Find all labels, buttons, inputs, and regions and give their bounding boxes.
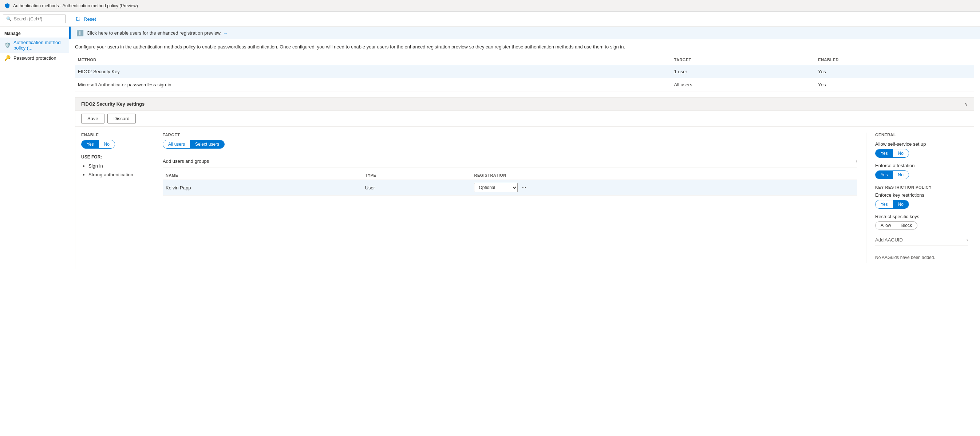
allow-self-no-button[interactable]: No xyxy=(893,149,908,157)
col-method: Method xyxy=(75,54,671,65)
table-row[interactable]: FIDO2 Security Key 1 user Yes xyxy=(75,65,974,78)
sidebar-item-password-protection[interactable]: 🔑 Password protection xyxy=(0,53,69,63)
user-registration: Optional Required Not configured ··· xyxy=(471,180,858,196)
use-for-list: Sign in Strong authentication xyxy=(81,162,154,179)
allow-self-yes-button[interactable]: Yes xyxy=(875,149,893,157)
sidebar-password-label: Password protection xyxy=(13,55,56,61)
add-users-text: Add users and groups xyxy=(163,158,209,164)
add-aaguid-text: Add AAGUID xyxy=(875,237,903,243)
sidebar-header: 🔍 xyxy=(0,12,69,27)
col-name: Name xyxy=(163,171,362,180)
info-icon: ℹ️ xyxy=(76,29,84,37)
allow-button[interactable]: Allow xyxy=(875,222,896,229)
enforce-attestation-toggle: Yes No xyxy=(875,171,909,179)
allow-self-service-label: Allow self-service set up xyxy=(875,141,968,147)
info-text: Click here to enable users for the enhan… xyxy=(87,30,228,36)
enforce-attestation-label: Enforce attestation xyxy=(875,163,968,168)
discard-button[interactable]: Discard xyxy=(107,113,136,123)
enable-yes-button[interactable]: Yes xyxy=(81,140,99,148)
page-header: Reset xyxy=(69,12,980,27)
col-registration: Registration xyxy=(471,171,858,180)
allow-self-service-toggle: Yes No xyxy=(875,149,909,158)
table-row[interactable]: Microsoft Authenticator passwordless sig… xyxy=(75,78,974,91)
description: Configure your users in the authenticati… xyxy=(69,39,980,54)
method-enabled: Yes xyxy=(815,78,974,91)
table-row[interactable]: Kelvin Papp User Optional Required Not c… xyxy=(163,180,858,196)
reset-button[interactable]: Reset xyxy=(84,16,96,22)
enable-section: ENABLE Yes No USE FOR: Sign in Strong au… xyxy=(81,133,154,263)
save-button[interactable]: Save xyxy=(81,113,105,123)
registration-select-wrap: Optional Required Not configured ··· xyxy=(474,183,854,192)
settings-toolbar: Save Discard xyxy=(75,111,974,127)
method-name: Microsoft Authenticator passwordless sig… xyxy=(75,78,671,91)
sidebar-item-auth-method-policy[interactable]: 🛡️ Authentication method policy (... xyxy=(0,38,69,53)
info-link[interactable]: → xyxy=(223,30,228,36)
search-box[interactable]: 🔍 xyxy=(3,14,66,23)
chevron-down-icon: ∨ xyxy=(965,102,968,107)
restrict-keys-label: Restrict specific keys xyxy=(875,214,968,219)
col-target: Target xyxy=(671,54,815,65)
allow-block-group: Allow Block xyxy=(875,222,917,230)
methods-table: Method Target Enabled FIDO2 Security Key… xyxy=(75,54,974,91)
sidebar: 🔍 Manage 🛡️ Authentication method policy… xyxy=(0,12,69,436)
method-target: 1 user xyxy=(671,65,815,78)
general-label: GENERAL xyxy=(875,133,968,137)
method-name: FIDO2 Security Key xyxy=(75,65,671,78)
restrict-keys-section: Restrict specific keys Allow Block xyxy=(875,214,968,230)
settings-header[interactable]: FIDO2 Security Key settings ∨ xyxy=(75,97,974,111)
add-aaguid-row[interactable]: Add AAGUID › xyxy=(875,234,968,246)
use-for-section: USE FOR: Sign in Strong authentication xyxy=(81,155,154,179)
col-enabled: Enabled xyxy=(815,54,974,65)
reset-icon xyxy=(75,16,81,22)
enforce-key-yes-button[interactable]: Yes xyxy=(875,200,893,208)
use-for-label: USE FOR: xyxy=(81,155,154,160)
select-users-tab[interactable]: Select users xyxy=(190,140,224,148)
use-for-item: Strong authentication xyxy=(89,171,154,179)
info-banner: ℹ️ Click here to enable users for the en… xyxy=(69,27,980,39)
search-icon: 🔍 xyxy=(6,16,12,21)
enforce-attestation-row: Enforce attestation Yes No xyxy=(875,163,968,179)
col-type: Type xyxy=(362,171,471,180)
settings-title: FIDO2 Security Key settings xyxy=(81,101,145,107)
shield-filled-icon: 🛡️ xyxy=(4,42,11,48)
manage-label: Manage xyxy=(0,27,69,38)
add-users-row[interactable]: Add users and groups › xyxy=(163,155,858,168)
target-label: TARGET xyxy=(163,133,858,137)
allow-self-service-row: Allow self-service set up Yes No xyxy=(875,141,968,158)
enable-no-button[interactable]: No xyxy=(99,140,115,148)
ellipsis-button[interactable]: ··· xyxy=(519,184,528,192)
registration-select[interactable]: Optional Required Not configured xyxy=(474,183,518,192)
enforce-key-restrictions-label: Enforce key restrictions xyxy=(875,192,968,198)
divider xyxy=(875,249,968,249)
main-content: Reset ℹ️ Click here to enable users for … xyxy=(69,12,980,436)
enforce-key-no-button[interactable]: No xyxy=(893,200,908,208)
method-target: All users xyxy=(671,78,815,91)
shield-icon xyxy=(4,3,10,9)
method-enabled: Yes xyxy=(815,65,974,78)
all-users-tab[interactable]: All users xyxy=(163,140,190,148)
enable-label: ENABLE xyxy=(81,133,154,137)
general-section: GENERAL Allow self-service set up Yes No… xyxy=(866,133,968,263)
settings-content: ENABLE Yes No USE FOR: Sign in Strong au… xyxy=(75,127,974,269)
enable-toggle-group: Yes No xyxy=(81,140,115,149)
settings-panel: FIDO2 Security Key settings ∨ Save Disca… xyxy=(75,97,974,269)
sidebar-auth-label: Authentication method policy (... xyxy=(13,40,64,51)
methods-table-container: Method Target Enabled FIDO2 Security Key… xyxy=(69,54,980,91)
user-name: Kelvin Papp xyxy=(163,180,362,196)
key-icon: 🔑 xyxy=(4,55,11,61)
target-section: TARGET All users Select users Add users … xyxy=(154,133,866,263)
enforce-key-toggle: Yes No xyxy=(875,200,909,209)
window-titlebar: Authentication methods - Authentication … xyxy=(0,0,980,12)
block-button[interactable]: Block xyxy=(896,222,917,229)
window-title: Authentication methods - Authentication … xyxy=(13,3,138,8)
enforce-attest-yes-button[interactable]: Yes xyxy=(875,171,893,179)
enforce-attest-no-button[interactable]: No xyxy=(893,171,908,179)
aaguid-chevron-right-icon: › xyxy=(966,237,968,243)
no-aaguids-text: No AAGuids have been added. xyxy=(875,252,968,263)
users-table: Name Type Registration Kelvin Papp User xyxy=(163,171,858,196)
key-restriction-label: KEY RESTRICTION POLICY xyxy=(875,185,968,189)
use-for-item: Sign in xyxy=(89,162,154,170)
target-tabs: All users Select users xyxy=(163,140,224,149)
search-input[interactable] xyxy=(14,16,63,21)
chevron-right-icon: › xyxy=(856,158,858,164)
